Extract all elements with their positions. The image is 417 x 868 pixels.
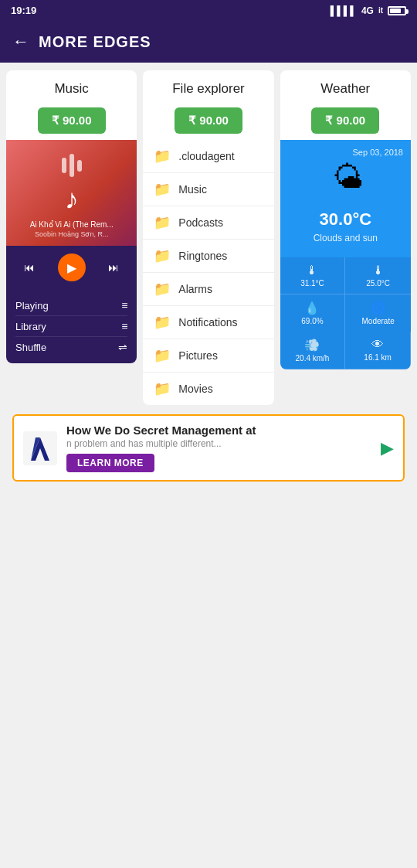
cards-row: Music ₹ 90.00 ♪ Ai Khổ Vi Ai (The Rem...…	[6, 70, 411, 405]
prev-button[interactable]: ⏮	[24, 261, 35, 274]
sun-icon: 🌤	[333, 160, 364, 195]
file-item-label: Notifications	[178, 316, 237, 328]
library-menu-item[interactable]: Library ≡	[15, 316, 127, 337]
weather-stat-max-temp: 🌡 31.1°C	[280, 257, 346, 294]
wind-icon: 💨	[285, 338, 341, 352]
main-content: Music ₹ 90.00 ♪ Ai Khổ Vi Ai (The Rem...…	[0, 63, 417, 505]
library-icon: ≡	[121, 320, 127, 332]
ad-title: How We Do Secret Management at	[66, 424, 371, 437]
ad-subtitle: n problem and has multiple different...	[66, 438, 371, 449]
playing-label: Playing	[15, 300, 49, 311]
thermometer-low-icon: 🌡	[350, 264, 406, 277]
weather-stat-humidity: 💧 69.0%	[280, 294, 346, 332]
file-item-label: Music	[178, 183, 207, 196]
status-bar: 19:19 ▌▌▌▌ 4G it	[0, 0, 417, 21]
weather-stats: 🌡 31.1°C 🌡 25.0°C 💧 69.0% 🌀 Moderate 💨	[280, 257, 411, 369]
ad-banner: How We Do Secret Management at n problem…	[12, 414, 405, 482]
music-preview: ♪ Ai Khổ Vi Ai (The Rem... Soobin Hoàng …	[6, 140, 137, 246]
music-price-button[interactable]: ₹ 90.00	[38, 107, 106, 134]
weather-sun-cloud: 🌤	[288, 160, 403, 206]
time: 19:19	[11, 5, 36, 16]
bottom-space	[6, 482, 411, 497]
file-card-title: File explorer	[143, 70, 273, 101]
shuffle-label: Shuffle	[15, 342, 46, 353]
file-item-label: Podcasts	[178, 216, 223, 229]
network-sub: it	[378, 6, 383, 15]
back-button[interactable]: ←	[12, 32, 29, 52]
min-temp-value: 25.0°C	[350, 279, 406, 288]
folder-icon: 📁	[154, 148, 171, 165]
visibility-icon: 👁	[350, 338, 405, 352]
file-item-pictures[interactable]: 📁 Pictures	[143, 339, 273, 373]
signal-icon: ▌▌▌▌	[331, 5, 357, 16]
visibility-value: 16.1 km	[350, 353, 405, 362]
folder-icon: 📁	[154, 380, 171, 397]
weather-date: Sep 03, 2018	[288, 148, 403, 157]
file-item-label: Alarms	[178, 283, 212, 295]
bar3	[77, 160, 82, 172]
folder-icon: 📁	[154, 314, 171, 331]
weather-stat-visibility: 👁 16.1 km	[345, 332, 411, 369]
weather-temperature: 30.0°C	[288, 209, 403, 230]
file-explorer-card: File explorer ₹ 90.00 📁 .cloudagent 📁 Mu…	[143, 70, 273, 405]
thermometer-high-icon: 🌡	[285, 264, 341, 277]
uv-icon: 🌀	[350, 301, 406, 315]
file-list: 📁 .cloudagent 📁 Music 📁 Podcasts 📁 Ringt…	[143, 140, 273, 405]
shuffle-icon: ⇌	[118, 341, 127, 353]
bar1	[62, 158, 66, 173]
folder-icon: 📁	[154, 247, 171, 264]
weather-card: Weather ₹ 90.00 Sep 03, 2018 🌤 30.0°C Cl…	[280, 70, 411, 369]
network-type: 4G	[361, 5, 374, 16]
music-note-icon: ♪	[14, 183, 129, 216]
file-price-button[interactable]: ₹ 90.00	[175, 107, 242, 134]
music-song-title: Ai Khổ Vi Ai (The Rem...	[14, 220, 129, 229]
weather-price-button[interactable]: ₹ 90.00	[311, 107, 379, 134]
bar2	[70, 154, 74, 177]
folder-icon: 📁	[154, 181, 171, 198]
weather-preview: Sep 03, 2018 🌤 30.0°C Clouds and sun	[280, 140, 411, 257]
folder-icon: 📁	[154, 347, 171, 364]
file-item-label: Pictures	[178, 349, 218, 362]
wind-value: 20.4 km/h	[285, 354, 341, 363]
ad-text-block: How We Do Secret Management at n problem…	[66, 424, 371, 472]
music-card-title: Music	[6, 70, 137, 101]
uv-value: Moderate	[350, 317, 406, 325]
music-bars-visual	[14, 154, 129, 177]
weather-card-title: Weather	[280, 70, 411, 101]
weather-stat-uv: 🌀 Moderate	[345, 294, 411, 332]
folder-icon: 📁	[154, 214, 171, 231]
file-item-cloudagent[interactable]: 📁 .cloudagent	[143, 140, 273, 173]
music-card: Music ₹ 90.00 ♪ Ai Khổ Vi Ai (The Rem...…	[6, 70, 137, 363]
humidity-value: 69.0%	[285, 317, 341, 325]
folder-icon: 📁	[154, 281, 171, 298]
weather-description: Clouds and sun	[288, 233, 403, 243]
weather-stat-wind: 💨 20.4 km/h	[280, 332, 346, 369]
battery-icon	[388, 6, 406, 15]
file-item-label: .cloudagent	[178, 150, 234, 162]
next-button[interactable]: ⏭	[108, 261, 119, 274]
playing-icon: ≡	[121, 299, 127, 311]
music-song-artist: Soobin Hoàng Sơn, R...	[14, 230, 129, 238]
file-item-label: Movies	[178, 383, 212, 395]
file-item-movies[interactable]: 📁 Movies	[143, 373, 273, 405]
humidity-icon: 💧	[285, 301, 341, 315]
playing-menu-item[interactable]: Playing ≡	[15, 295, 127, 316]
file-item-ringtones[interactable]: 📁 Ringtones	[143, 240, 273, 273]
ad-logo	[23, 431, 57, 465]
max-temp-value: 31.1°C	[285, 279, 341, 288]
file-item-label: Ringtones	[178, 250, 227, 262]
status-right: ▌▌▌▌ 4G it	[331, 5, 406, 16]
play-button[interactable]: ▶	[58, 254, 86, 281]
file-item-alarms[interactable]: 📁 Alarms	[143, 273, 273, 306]
learn-more-button[interactable]: LEARN MORE	[66, 454, 154, 472]
ad-play-icon: ▶	[381, 438, 394, 458]
page-title: MORE EDGES	[39, 33, 151, 51]
header: ← MORE EDGES	[0, 21, 417, 63]
weather-stat-min-temp: 🌡 25.0°C	[345, 257, 411, 294]
file-item-notifications[interactable]: 📁 Notifications	[143, 306, 273, 339]
shuffle-menu-item[interactable]: Shuffle ⇌	[15, 337, 127, 357]
library-label: Library	[15, 321, 46, 332]
file-item-music[interactable]: 📁 Music	[143, 173, 273, 206]
file-item-podcasts[interactable]: 📁 Podcasts	[143, 206, 273, 240]
music-menu: Playing ≡ Library ≡ Shuffle ⇌	[6, 289, 137, 363]
